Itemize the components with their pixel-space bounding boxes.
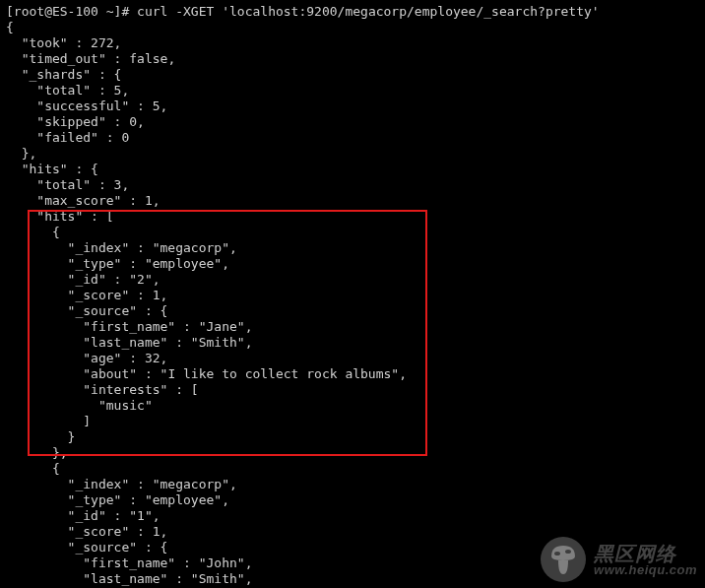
shell-prompt: [root@ES-100 ~]# bbox=[6, 4, 129, 19]
json-response: { "took" : 272, "timed_out" : false, "_s… bbox=[6, 20, 407, 588]
terminal-output[interactable]: [root@ES-100 ~]# curl -XGET 'localhost:9… bbox=[0, 0, 705, 588]
shell-command: curl -XGET 'localhost:9200/megacorp/empl… bbox=[137, 4, 600, 19]
